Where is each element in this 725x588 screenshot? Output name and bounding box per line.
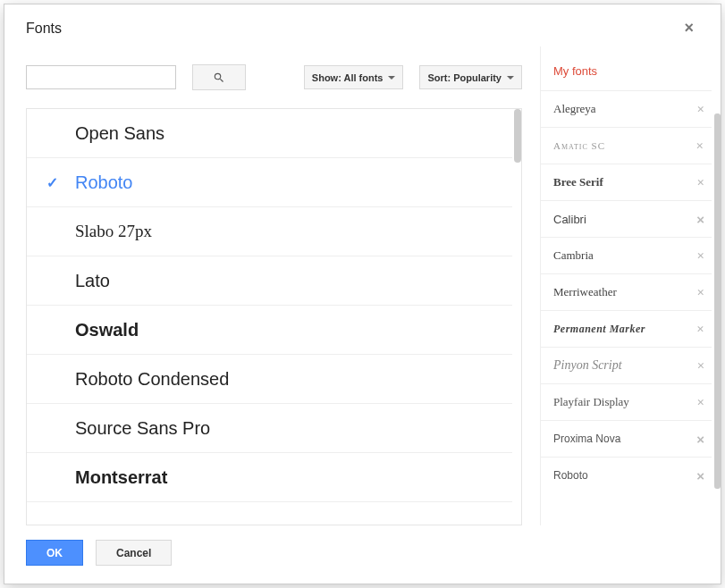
remove-font-icon[interactable]: × [696,358,704,374]
font-row[interactable]: Oswald [27,306,512,355]
dialog-body: Show: All fonts Sort: Popularity Open Sa… [4,46,721,525]
my-fonts-title: My fonts [541,64,712,90]
fonts-dialog: Fonts × Show: All fonts Sort: Popularity [4,4,721,584]
dialog-header: Fonts × [4,4,721,46]
my-font-label: Alegreya [553,102,596,116]
my-font-label: Calibri [553,213,586,226]
search-icon [213,71,225,84]
my-font-row[interactable]: Proxima Nova× [541,420,712,457]
my-font-row[interactable]: Amatic SC× [541,127,712,164]
my-font-label: Playfair Display [553,395,629,409]
my-font-label: Permanent Marker [553,323,645,336]
toolbar: Show: All fonts Sort: Popularity [26,64,522,90]
remove-font-icon[interactable]: × [696,432,704,447]
left-column: Show: All fonts Sort: Popularity Open Sa… [26,46,540,525]
check-icon: ✓ [46,174,58,191]
font-row-label: Roboto [75,172,133,193]
my-font-row[interactable]: Alegreya× [541,90,712,127]
sort-filter-dropdown[interactable]: Sort: Popularity [419,65,522,89]
font-row[interactable]: Lato [27,256,512,306]
font-row-label: Source Sans Pro [75,418,210,439]
my-font-row[interactable]: Pinyon Script× [541,347,712,383]
remove-font-icon[interactable]: × [696,468,704,483]
dialog-footer: OK Cancel [4,525,721,584]
right-column: My fonts Alegreya×Amatic SC×Bree Serif×C… [540,46,712,525]
search-input[interactable] [26,65,176,89]
my-font-label: Amatic SC [553,140,605,151]
font-row[interactable]: ✓Roboto [27,158,512,207]
my-font-row[interactable]: Playfair Display× [541,383,712,420]
chevron-down-icon [507,76,514,80]
my-font-row[interactable]: Bree Serif× [541,164,712,200]
sort-filter-label: Sort: Popularity [427,72,502,83]
my-font-label: Proxima Nova [553,433,620,445]
font-row-label: Lato [75,271,110,291]
remove-font-icon[interactable]: × [696,248,704,264]
font-row[interactable]: Montserrat [27,453,512,502]
remove-font-icon[interactable]: × [695,139,704,154]
my-font-row[interactable]: Merriweather× [541,273,712,310]
remove-font-icon[interactable]: × [696,175,704,190]
my-font-label: Roboto [553,469,588,482]
show-filter-label: Show: All fonts [312,72,384,83]
remove-font-icon[interactable]: × [696,102,704,117]
ok-button-label: OK [46,547,63,559]
my-font-row[interactable]: Roboto× [541,457,712,493]
remove-font-icon[interactable]: × [696,212,704,227]
font-row[interactable]: Open Sans [27,109,512,158]
font-row[interactable]: Source Sans Pro [27,404,512,453]
chevron-down-icon [388,76,395,80]
close-icon[interactable]: × [679,17,699,39]
my-font-label: Pinyon Script [553,358,622,373]
dialog-scrollbar[interactable] [714,113,721,489]
font-row-label: Oswald [75,320,139,340]
my-font-label: Cambria [553,248,594,263]
font-row-label: Roboto Condensed [75,369,229,390]
search-button[interactable] [192,64,246,90]
font-list-scrollbar[interactable] [514,109,521,163]
my-font-label: Merriweather [553,285,617,299]
cancel-button-label: Cancel [116,547,151,559]
remove-font-icon[interactable]: × [696,322,704,337]
font-row-label: Open Sans [75,123,164,144]
font-row[interactable]: Roboto Condensed [27,355,512,404]
cancel-button[interactable]: Cancel [96,540,172,566]
font-row[interactable]: Slabo 27px [27,207,512,256]
dialog-title: Fonts [26,21,62,37]
remove-font-icon[interactable]: × [696,395,704,410]
show-filter-dropdown[interactable]: Show: All fonts [304,65,404,89]
remove-font-icon[interactable]: × [696,285,704,300]
my-fonts-list[interactable]: Alegreya×Amatic SC×Bree Serif×Calibri×Ca… [541,90,712,525]
my-font-row[interactable]: Cambria× [541,237,712,273]
my-font-row[interactable]: Permanent Marker× [541,310,712,347]
font-row-label: Montserrat [75,467,167,488]
my-font-row[interactable]: Calibri× [541,200,712,237]
my-font-label: Bree Serif [553,175,603,189]
ok-button[interactable]: OK [26,540,83,566]
font-list[interactable]: Open Sans✓RobotoSlabo 27pxLatoOswaldRobo… [26,108,522,525]
font-row-label: Slabo 27px [75,222,152,241]
